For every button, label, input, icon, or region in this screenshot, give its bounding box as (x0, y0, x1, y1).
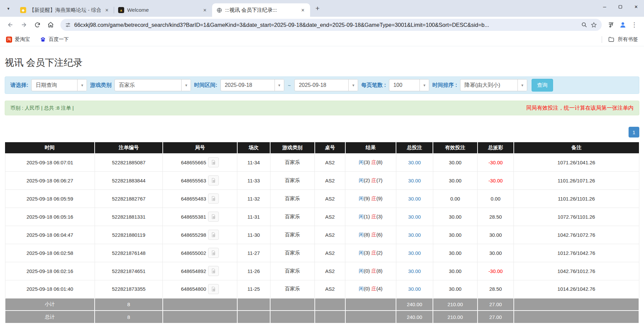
cell-valid-bet: 30.00 (433, 262, 478, 280)
column-header: 时间 (5, 142, 95, 153)
player-result: 闲 (359, 250, 364, 256)
round-number: 648655563 (181, 178, 206, 183)
video-replay-icon[interactable] (208, 230, 219, 240)
cell-payout: 28.50 (478, 280, 514, 298)
round-number: 648655381 (181, 214, 206, 220)
url-text[interactable]: 66cxkj98.com/game/betrecord_search/kind3… (74, 22, 578, 28)
table-body: 2025-09-18 06:07:01522821885087648655665… (5, 153, 639, 298)
cell-total-bet[interactable]: 30.00 (396, 280, 433, 298)
tab-close-icon[interactable]: ✕ (104, 7, 110, 13)
cell-payout: -30.00 (478, 171, 514, 189)
sort-select[interactable]: 降幂(由大到小) ▼ (460, 79, 527, 91)
select-mode-label: 请选择: (10, 82, 28, 89)
site-settings-icon[interactable] (65, 22, 71, 28)
cell-round-number: 648655381 (163, 208, 237, 226)
footer-cell: 8 (95, 298, 163, 311)
maximize-button[interactable] (612, 0, 628, 13)
search-button[interactable]: 查询 (532, 79, 553, 92)
bet-records-table: 时间注单编号局号场次游戏类别桌号结果总投注有效投注总派彩备注 2025-09-1… (5, 142, 639, 323)
table-row: 2025-09-18 06:05:59522821882767648655483… (5, 189, 639, 208)
chevron-down-icon[interactable]: ▼ (419, 79, 429, 91)
round-number: 648654800 (181, 286, 206, 292)
cell-round-number: 648655298 (163, 226, 237, 244)
forward-icon[interactable] (18, 19, 30, 31)
chevron-down-icon[interactable]: ▼ (275, 79, 284, 91)
cell-round-number: 648655483 (163, 189, 237, 208)
column-header: 总投注 (396, 142, 433, 153)
bookmark-aitaobao[interactable]: 淘 爱淘宝 (6, 36, 30, 43)
minimize-button[interactable]: ─ (597, 0, 612, 13)
per-page-select[interactable]: 100 ▼ (389, 79, 429, 91)
round-number: 648655483 (181, 196, 206, 202)
chevron-down-icon[interactable]: ▼ (181, 79, 191, 91)
video-replay-icon[interactable] (208, 248, 219, 258)
cell-table-number: AS2 (315, 280, 345, 298)
home-icon[interactable] (45, 19, 56, 31)
column-header: 注单编号 (95, 142, 163, 153)
video-replay-icon[interactable] (208, 157, 219, 167)
cell-total-bet[interactable]: 30.00 (396, 226, 433, 244)
footer-cell (514, 298, 639, 311)
new-tab-button[interactable]: + (313, 4, 321, 12)
bookmark-baidu[interactable]: 百度一下 (40, 36, 69, 43)
cell-total-bet[interactable]: 30.00 (396, 171, 433, 189)
close-window-button[interactable]: ✕ (628, 0, 644, 13)
cell-payout: -30.00 (478, 262, 514, 280)
cell-total-bet[interactable]: 30.00 (396, 153, 433, 171)
tab-bet-records[interactable]: :::视讯 会员下注纪录::: ✕ (212, 3, 310, 17)
cell-bet-number: 522821873355 (95, 280, 163, 298)
video-replay-icon[interactable] (208, 175, 219, 185)
footer-cell (345, 298, 396, 311)
bookmarks-bar: 淘 爱淘宝 百度一下 所有书签 (0, 33, 644, 46)
footer-cell: 27.00 (478, 298, 514, 311)
url-bar[interactable]: 66cxkj98.com/game/betrecord_search/kind3… (60, 19, 602, 31)
tab-close-icon[interactable]: ✕ (202, 7, 208, 13)
media-controls-icon[interactable] (608, 21, 614, 28)
query-mode-select[interactable]: 日期查询 ▼ (31, 79, 87, 91)
footer-cell (163, 311, 237, 323)
chevron-down-icon[interactable]: ▼ (348, 79, 358, 91)
date-range-label: 时间区间: (194, 82, 217, 89)
footer-cell (315, 311, 345, 323)
tab-forum[interactable]: ◆ 【新提醒】海燕策略论坛 - 综合 ✕ (16, 3, 114, 17)
profile-avatar-icon[interactable] (619, 21, 627, 29)
cell-total-bet[interactable]: 30.00 (396, 189, 433, 208)
all-bookmarks[interactable]: 所有书签 (602, 36, 638, 43)
browser-menu-kebab-icon[interactable]: ⋮ (631, 21, 637, 29)
pagination-top: 1 (5, 127, 639, 137)
cell-bet-number: 522821882767 (95, 189, 163, 208)
tab-welcome[interactable]: ▲ Welcome ✕ (114, 3, 212, 17)
column-header: 总派彩 (478, 142, 514, 153)
video-replay-icon[interactable] (208, 266, 219, 276)
cell-total-bet[interactable]: 30.00 (396, 262, 433, 280)
cell-session: 11-30 (237, 226, 270, 244)
game-kind-select[interactable]: 百家乐 ▼ (114, 79, 191, 91)
reload-icon[interactable] (32, 19, 43, 31)
chevron-down-icon[interactable]: ▼ (517, 79, 527, 91)
date-end-select[interactable]: 2025-09-18 ▼ (294, 79, 358, 91)
zoom-icon[interactable] (581, 22, 587, 28)
tab-close-icon[interactable]: ✕ (300, 7, 306, 13)
cell-valid-bet: 0.00 (433, 189, 478, 208)
tab-search-chevron-icon[interactable]: ▾ (3, 3, 13, 13)
video-replay-icon[interactable] (208, 212, 219, 222)
cell-total-bet[interactable]: 30.00 (396, 244, 433, 262)
chevron-down-icon[interactable]: ▼ (77, 79, 87, 91)
cell-session: 11-31 (237, 208, 270, 226)
date-start-select[interactable]: 2025-09-18 ▼ (220, 79, 284, 91)
cell-round-number: 648655563 (163, 171, 237, 189)
footer-cell (237, 311, 270, 323)
cell-total-bet[interactable]: 30.00 (396, 208, 433, 226)
sort-label: 时间排序 : (432, 82, 457, 89)
bookmark-star-icon[interactable] (591, 22, 597, 28)
video-replay-icon[interactable] (208, 193, 219, 204)
currency-summary-text: 币别 : 人民币 | 总共 :8 注单 | (10, 105, 74, 111)
page-number-button[interactable]: 1 (629, 127, 639, 137)
back-icon[interactable] (5, 19, 16, 31)
date-tilde: ~ (287, 82, 292, 88)
cell-payout: 0.00 (478, 189, 514, 208)
cell-bet-number: 522821876148 (95, 244, 163, 262)
video-replay-icon[interactable] (208, 284, 219, 294)
player-result: 闲 (359, 268, 364, 274)
table-row: 2025-09-18 06:01:40522821873355648654800… (5, 280, 639, 298)
